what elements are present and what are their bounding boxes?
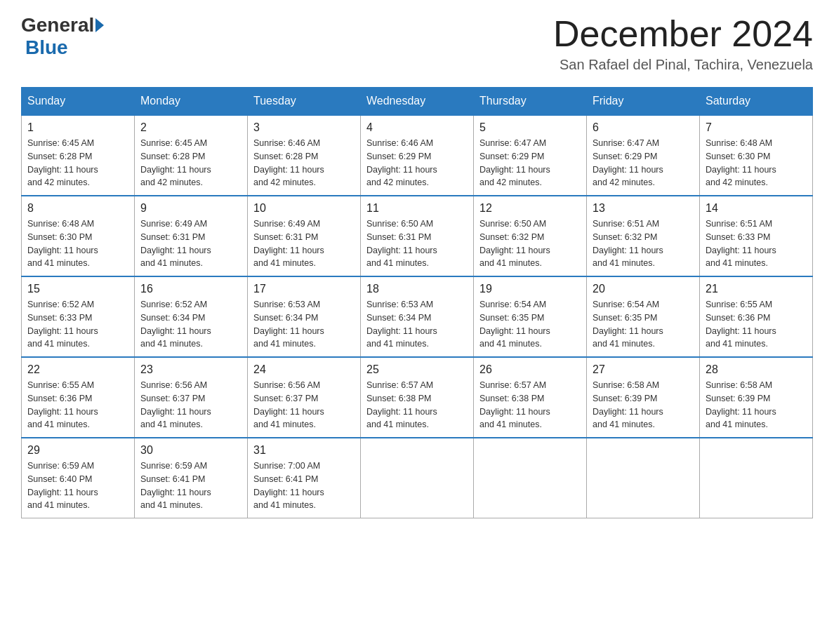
day-info: Sunrise: 6:56 AM Sunset: 6:37 PM Dayligh… [253, 379, 355, 431]
logo-general-text: General [21, 14, 94, 36]
day-number: 26 [479, 363, 581, 376]
day-info: Sunrise: 6:47 AM Sunset: 6:29 PM Dayligh… [479, 137, 581, 189]
day-info: Sunrise: 6:46 AM Sunset: 6:28 PM Dayligh… [253, 137, 355, 189]
day-number: 31 [253, 444, 355, 457]
calendar-cell: 20 Sunrise: 6:54 AM Sunset: 6:35 PM Dayl… [587, 276, 700, 357]
day-number: 24 [253, 363, 355, 376]
header-monday: Monday [135, 88, 248, 116]
calendar-cell: 7 Sunrise: 6:48 AM Sunset: 6:30 PM Dayli… [700, 115, 813, 196]
calendar-cell: 12 Sunrise: 6:50 AM Sunset: 6:32 PM Dayl… [474, 196, 587, 276]
calendar-cell: 3 Sunrise: 6:46 AM Sunset: 6:28 PM Dayli… [248, 115, 361, 196]
day-info: Sunrise: 6:55 AM Sunset: 6:36 PM Dayligh… [706, 298, 807, 351]
header-saturday: Saturday [700, 88, 813, 116]
calendar-cell: 27 Sunrise: 6:58 AM Sunset: 6:39 PM Dayl… [587, 357, 700, 438]
day-info: Sunrise: 6:54 AM Sunset: 6:35 PM Dayligh… [479, 298, 581, 351]
day-number: 19 [479, 283, 581, 295]
day-info: Sunrise: 6:59 AM Sunset: 6:40 PM Dayligh… [27, 459, 128, 512]
calendar-cell: 26 Sunrise: 6:57 AM Sunset: 6:38 PM Dayl… [474, 357, 587, 438]
calendar-cell: 28 Sunrise: 6:58 AM Sunset: 6:39 PM Dayl… [700, 357, 813, 438]
header: General Blue December 2024 San Rafael de… [21, 14, 813, 73]
week-row-2: 8 Sunrise: 6:48 AM Sunset: 6:30 PM Dayli… [22, 196, 813, 276]
day-info: Sunrise: 6:48 AM Sunset: 6:30 PM Dayligh… [706, 137, 807, 189]
calendar-cell: 1 Sunrise: 6:45 AM Sunset: 6:28 PM Dayli… [22, 115, 135, 196]
day-number: 9 [140, 202, 241, 215]
day-number: 10 [253, 202, 355, 215]
day-info: Sunrise: 6:45 AM Sunset: 6:28 PM Dayligh… [27, 137, 128, 189]
day-number: 3 [253, 121, 355, 134]
day-number: 8 [27, 202, 128, 215]
day-info: Sunrise: 6:59 AM Sunset: 6:41 PM Dayligh… [140, 459, 241, 512]
header-wednesday: Wednesday [361, 88, 474, 116]
calendar-cell: 9 Sunrise: 6:49 AM Sunset: 6:31 PM Dayli… [135, 196, 248, 276]
calendar-cell: 5 Sunrise: 6:47 AM Sunset: 6:29 PM Dayli… [474, 115, 587, 196]
day-number: 5 [479, 121, 581, 134]
month-title: December 2024 [553, 14, 813, 54]
day-number: 28 [706, 363, 807, 376]
day-number: 23 [140, 363, 241, 376]
day-info: Sunrise: 6:53 AM Sunset: 6:34 PM Dayligh… [253, 298, 355, 351]
header-sunday: Sunday [22, 88, 135, 116]
calendar-cell: 13 Sunrise: 6:51 AM Sunset: 6:32 PM Dayl… [587, 196, 700, 276]
day-number: 30 [140, 444, 241, 457]
calendar-cell: 21 Sunrise: 6:55 AM Sunset: 6:36 PM Dayl… [700, 276, 813, 357]
location-title: San Rafael del Pinal, Tachira, Venezuela [553, 57, 813, 73]
week-row-4: 22 Sunrise: 6:55 AM Sunset: 6:36 PM Dayl… [22, 357, 813, 438]
day-number: 14 [706, 202, 807, 215]
day-info: Sunrise: 6:50 AM Sunset: 6:32 PM Dayligh… [479, 217, 581, 270]
logo: General Blue [21, 14, 105, 59]
day-info: Sunrise: 6:51 AM Sunset: 6:32 PM Dayligh… [593, 217, 694, 270]
day-number: 11 [366, 202, 468, 215]
day-info: Sunrise: 7:00 AM Sunset: 6:41 PM Dayligh… [253, 459, 355, 512]
header-thursday: Thursday [474, 88, 587, 116]
day-number: 2 [140, 121, 241, 134]
day-number: 12 [479, 202, 581, 215]
calendar-cell [361, 438, 474, 518]
calendar-cell [474, 438, 587, 518]
day-info: Sunrise: 6:57 AM Sunset: 6:38 PM Dayligh… [479, 379, 581, 431]
day-info: Sunrise: 6:50 AM Sunset: 6:31 PM Dayligh… [366, 217, 468, 270]
day-number: 4 [366, 121, 468, 134]
calendar-cell [700, 438, 813, 518]
day-info: Sunrise: 6:49 AM Sunset: 6:31 PM Dayligh… [140, 217, 241, 270]
day-number: 18 [366, 283, 468, 295]
day-info: Sunrise: 6:58 AM Sunset: 6:39 PM Dayligh… [593, 379, 694, 431]
day-number: 7 [706, 121, 807, 134]
day-number: 6 [593, 121, 694, 134]
calendar-cell: 29 Sunrise: 6:59 AM Sunset: 6:40 PM Dayl… [22, 438, 135, 518]
day-info: Sunrise: 6:46 AM Sunset: 6:29 PM Dayligh… [366, 137, 468, 189]
day-number: 27 [593, 363, 694, 376]
day-info: Sunrise: 6:49 AM Sunset: 6:31 PM Dayligh… [253, 217, 355, 270]
calendar-cell: 2 Sunrise: 6:45 AM Sunset: 6:28 PM Dayli… [135, 115, 248, 196]
title-area: December 2024 San Rafael del Pinal, Tach… [553, 14, 813, 73]
calendar-cell: 22 Sunrise: 6:55 AM Sunset: 6:36 PM Dayl… [22, 357, 135, 438]
day-info: Sunrise: 6:55 AM Sunset: 6:36 PM Dayligh… [27, 379, 128, 431]
calendar-cell: 17 Sunrise: 6:53 AM Sunset: 6:34 PM Dayl… [248, 276, 361, 357]
header-friday: Friday [587, 88, 700, 116]
day-number: 16 [140, 283, 241, 295]
calendar-cell [587, 438, 700, 518]
calendar-cell: 19 Sunrise: 6:54 AM Sunset: 6:35 PM Dayl… [474, 276, 587, 357]
logo-arrow-icon [95, 18, 104, 32]
day-info: Sunrise: 6:48 AM Sunset: 6:30 PM Dayligh… [27, 217, 128, 270]
day-info: Sunrise: 6:52 AM Sunset: 6:33 PM Dayligh… [27, 298, 128, 351]
calendar-cell: 25 Sunrise: 6:57 AM Sunset: 6:38 PM Dayl… [361, 357, 474, 438]
day-info: Sunrise: 6:56 AM Sunset: 6:37 PM Dayligh… [140, 379, 241, 431]
day-number: 22 [27, 363, 128, 376]
day-info: Sunrise: 6:52 AM Sunset: 6:34 PM Dayligh… [140, 298, 241, 351]
day-number: 15 [27, 283, 128, 295]
calendar-cell: 6 Sunrise: 6:47 AM Sunset: 6:29 PM Dayli… [587, 115, 700, 196]
day-number: 20 [593, 283, 694, 295]
calendar-cell: 4 Sunrise: 6:46 AM Sunset: 6:29 PM Dayli… [361, 115, 474, 196]
day-number: 25 [366, 363, 468, 376]
calendar-cell: 30 Sunrise: 6:59 AM Sunset: 6:41 PM Dayl… [135, 438, 248, 518]
day-info: Sunrise: 6:51 AM Sunset: 6:33 PM Dayligh… [706, 217, 807, 270]
calendar-cell: 15 Sunrise: 6:52 AM Sunset: 6:33 PM Dayl… [22, 276, 135, 357]
calendar-cell: 23 Sunrise: 6:56 AM Sunset: 6:37 PM Dayl… [135, 357, 248, 438]
day-info: Sunrise: 6:45 AM Sunset: 6:28 PM Dayligh… [140, 137, 241, 189]
day-number: 13 [593, 202, 694, 215]
day-info: Sunrise: 6:54 AM Sunset: 6:35 PM Dayligh… [593, 298, 694, 351]
calendar-cell: 14 Sunrise: 6:51 AM Sunset: 6:33 PM Dayl… [700, 196, 813, 276]
calendar-table: SundayMondayTuesdayWednesdayThursdayFrid… [21, 87, 813, 518]
week-row-1: 1 Sunrise: 6:45 AM Sunset: 6:28 PM Dayli… [22, 115, 813, 196]
calendar-cell: 31 Sunrise: 7:00 AM Sunset: 6:41 PM Dayl… [248, 438, 361, 518]
